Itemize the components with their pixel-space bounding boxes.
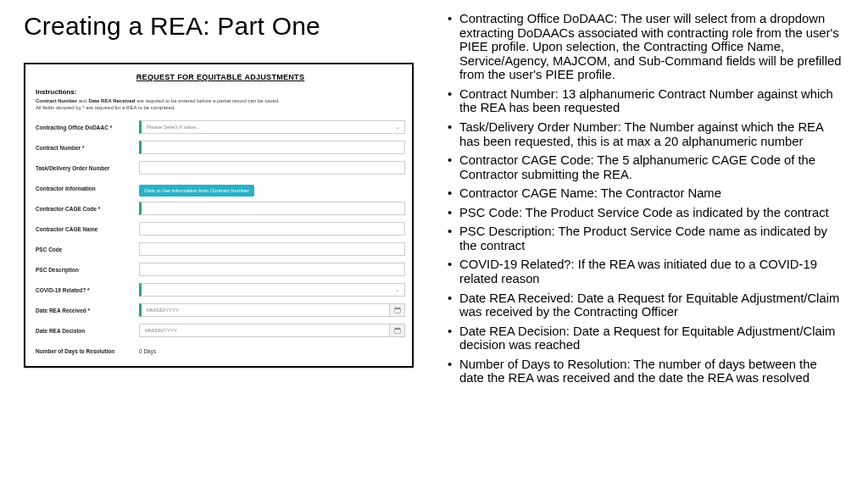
list-item: Number of Days to Resolution: The number… bbox=[446, 358, 844, 385]
label-cage: Contractor CAGE Code * bbox=[36, 206, 139, 212]
get-info-button[interactable]: Click to Get Information from Contract N… bbox=[139, 185, 254, 197]
list-item: Date REA Received: Date a Request for Eq… bbox=[446, 291, 844, 319]
label-contractor-info: Contractor Information bbox=[36, 186, 139, 191]
form-heading: REQUEST FOR EQUITABLE ADJUSTMENTS bbox=[36, 73, 405, 81]
label-dodaac: Contracting Office DoDAAC * bbox=[36, 125, 139, 130]
list-item: PSC Description: The Product Service Cod… bbox=[446, 225, 844, 252]
input-contract[interactable] bbox=[139, 141, 405, 154]
label-psc-desc: PSC Description bbox=[36, 267, 139, 273]
input-date-decision[interactable]: MM/DD/YYYY bbox=[139, 324, 390, 337]
calendar-icon bbox=[394, 327, 401, 334]
bullet-list: Contracting Office DoDAAC: The user will… bbox=[446, 12, 844, 385]
list-item: Contractor CAGE Code: The 5 alphanumeric… bbox=[446, 153, 844, 181]
form-screenshot: REQUEST FOR EQUITABLE ADJUSTMENTS Instru… bbox=[24, 63, 414, 368]
calendar-icon bbox=[394, 307, 401, 313]
chevron-down-icon: ⌄ bbox=[395, 286, 400, 293]
input-cage-name[interactable] bbox=[139, 222, 405, 236]
list-item: Date REA Decision: Date a Request for Eq… bbox=[446, 324, 844, 352]
label-covid: COVID-19 Related? * bbox=[36, 287, 139, 293]
list-item: Contracting Office DoDAAC: The user will… bbox=[446, 12, 844, 82]
input-psc[interactable] bbox=[139, 242, 405, 256]
list-item: Contractor CAGE Name: The Contractor Nam… bbox=[446, 186, 844, 201]
input-psc-desc[interactable] bbox=[139, 263, 405, 276]
label-date-decision: Date REA Decision bbox=[36, 328, 139, 334]
label-cage-name: Contractor CAGE Name bbox=[36, 226, 139, 232]
label-date-received: Date REA Received * bbox=[36, 308, 139, 313]
list-item: PSC Code: The Product Service Code as in… bbox=[446, 206, 844, 220]
label-contract: Contract Number * bbox=[36, 145, 139, 151]
select-dodaac[interactable]: Please Select A Value...⌄ bbox=[139, 120, 405, 134]
input-cage[interactable] bbox=[139, 202, 405, 215]
input-date-received[interactable]: MM/DD/YYYY bbox=[139, 303, 390, 317]
calendar-button-received[interactable] bbox=[390, 303, 405, 317]
instructions-label: Instructions: bbox=[36, 88, 405, 96]
chevron-down-icon: ⌄ bbox=[395, 124, 400, 130]
value-days: 0 Days bbox=[139, 348, 405, 354]
list-item: COVID-19 Related?: If the REA was initia… bbox=[446, 258, 844, 286]
list-item: Task/Delivery Order Number: The Number a… bbox=[446, 120, 844, 148]
list-item: Contract Number: 13 alphanumeric Contrac… bbox=[446, 87, 844, 115]
instruction-line-2: All fields denoted by * are required for… bbox=[36, 105, 405, 110]
label-task: Task/Delivery Order Number bbox=[36, 165, 139, 171]
instruction-line-1: Contract Number and Date REA Received ar… bbox=[36, 98, 405, 103]
label-days: Number of Days to Resolution bbox=[36, 348, 139, 354]
calendar-button-decision[interactable] bbox=[390, 324, 405, 337]
page-title: Creating a REA: Part One bbox=[24, 12, 422, 41]
select-covid[interactable]: ⌄ bbox=[139, 283, 405, 297]
input-task[interactable] bbox=[139, 161, 405, 175]
label-psc: PSC Code bbox=[36, 247, 139, 252]
